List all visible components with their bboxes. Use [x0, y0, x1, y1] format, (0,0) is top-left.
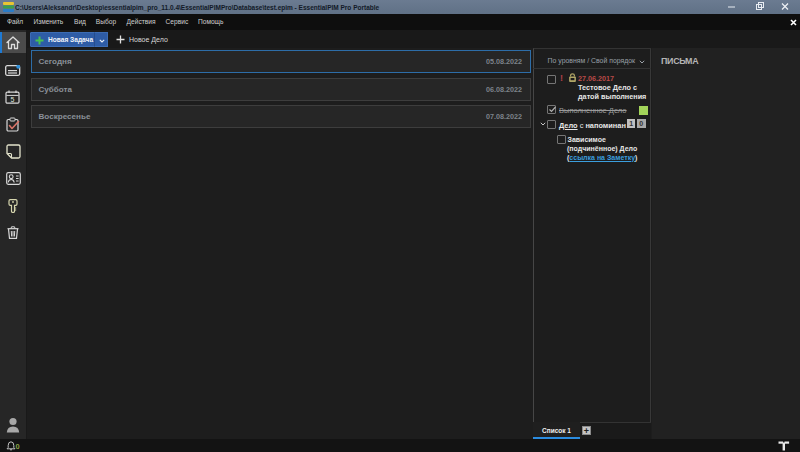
- svg-text:5: 5: [11, 96, 15, 103]
